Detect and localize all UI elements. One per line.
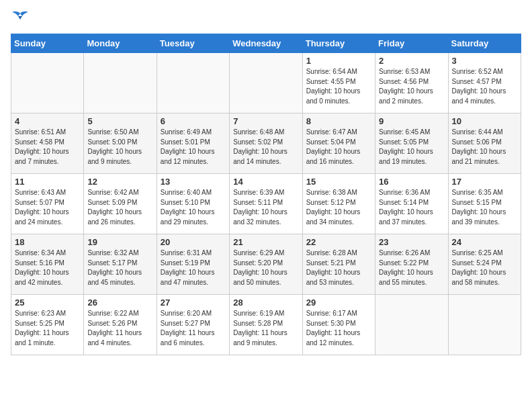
- day-number: 3: [452, 56, 517, 66]
- calendar-cell: 10Sunrise: 6:44 AMSunset: 5:06 PMDayligh…: [448, 113, 521, 174]
- day-number: 17: [452, 177, 517, 187]
- day-of-week-header: Tuesday: [157, 34, 229, 53]
- day-info: Sunrise: 6:51 AMSunset: 4:58 PMDaylight:…: [15, 128, 80, 167]
- day-number: 12: [87, 177, 152, 187]
- calendar-cell: 14Sunrise: 6:39 AMSunset: 5:11 PMDayligh…: [230, 174, 302, 234]
- day-number: 15: [306, 177, 371, 187]
- calendar-cell: 16Sunrise: 6:36 AMSunset: 5:14 PMDayligh…: [375, 174, 448, 234]
- calendar-cell: [375, 295, 448, 355]
- day-info: Sunrise: 6:48 AMSunset: 5:02 PMDaylight:…: [233, 128, 298, 167]
- day-of-week-header: Thursday: [302, 34, 375, 53]
- day-info: Sunrise: 6:20 AMSunset: 5:27 PMDaylight:…: [161, 309, 226, 348]
- day-number: 22: [306, 237, 371, 247]
- calendar-table: SundayMondayTuesdayWednesdayThursdayFrid…: [11, 34, 521, 355]
- calendar-cell: 3Sunrise: 6:52 AMSunset: 4:57 PMDaylight…: [448, 53, 521, 113]
- day-info: Sunrise: 6:32 AMSunset: 5:17 PMDaylight:…: [87, 248, 152, 287]
- day-number: 1: [306, 56, 371, 66]
- day-number: 24: [452, 237, 517, 247]
- day-number: 16: [379, 177, 444, 187]
- calendar-cell: [448, 295, 521, 355]
- day-number: 4: [15, 116, 80, 126]
- calendar-cell: 17Sunrise: 6:35 AMSunset: 5:15 PMDayligh…: [448, 174, 521, 234]
- day-info: Sunrise: 6:22 AMSunset: 5:26 PMDaylight:…: [87, 309, 152, 348]
- day-number: 9: [379, 116, 444, 126]
- day-info: Sunrise: 6:23 AMSunset: 5:25 PMDaylight:…: [15, 309, 80, 348]
- calendar-cell: 2Sunrise: 6:53 AMSunset: 4:56 PMDaylight…: [375, 53, 448, 113]
- day-of-week-header: Sunday: [11, 34, 84, 53]
- day-info: Sunrise: 6:49 AMSunset: 5:01 PMDaylight:…: [161, 128, 226, 167]
- day-number: 14: [233, 177, 298, 187]
- day-info: Sunrise: 6:17 AMSunset: 5:30 PMDaylight:…: [306, 309, 371, 348]
- calendar-cell: 18Sunrise: 6:34 AMSunset: 5:16 PMDayligh…: [11, 234, 84, 295]
- day-info: Sunrise: 6:38 AMSunset: 5:12 PMDaylight:…: [306, 188, 371, 227]
- calendar-cell: 21Sunrise: 6:29 AMSunset: 5:20 PMDayligh…: [230, 234, 302, 295]
- calendar-week-row: 25Sunrise: 6:23 AMSunset: 5:25 PMDayligh…: [11, 295, 521, 355]
- calendar-week-row: 11Sunrise: 6:43 AMSunset: 5:07 PMDayligh…: [11, 174, 521, 234]
- calendar-cell: 6Sunrise: 6:49 AMSunset: 5:01 PMDaylight…: [157, 113, 229, 174]
- day-info: Sunrise: 6:40 AMSunset: 5:10 PMDaylight:…: [161, 188, 226, 227]
- calendar-cell: 23Sunrise: 6:26 AMSunset: 5:22 PMDayligh…: [375, 234, 448, 295]
- day-info: Sunrise: 6:28 AMSunset: 5:21 PMDaylight:…: [306, 248, 371, 287]
- day-info: Sunrise: 6:50 AMSunset: 5:00 PMDaylight:…: [87, 128, 152, 167]
- day-number: 13: [161, 177, 226, 187]
- day-number: 2: [379, 56, 444, 66]
- calendar-cell: 29Sunrise: 6:17 AMSunset: 5:30 PMDayligh…: [302, 295, 375, 355]
- calendar-cell: 22Sunrise: 6:28 AMSunset: 5:21 PMDayligh…: [302, 234, 375, 295]
- day-of-week-header: Wednesday: [230, 34, 302, 53]
- calendar-cell: 5Sunrise: 6:50 AMSunset: 5:00 PMDaylight…: [84, 113, 157, 174]
- calendar-cell: [157, 53, 229, 113]
- calendar-cell: 7Sunrise: 6:48 AMSunset: 5:02 PMDaylight…: [230, 113, 302, 174]
- day-number: 6: [161, 116, 226, 126]
- day-info: Sunrise: 6:53 AMSunset: 4:56 PMDaylight:…: [379, 67, 444, 106]
- calendar-cell: 11Sunrise: 6:43 AMSunset: 5:07 PMDayligh…: [11, 174, 84, 234]
- day-info: Sunrise: 6:36 AMSunset: 5:14 PMDaylight:…: [379, 188, 444, 227]
- day-info: Sunrise: 6:25 AMSunset: 5:24 PMDaylight:…: [452, 248, 517, 287]
- day-number: 18: [15, 237, 80, 247]
- calendar-cell: 25Sunrise: 6:23 AMSunset: 5:25 PMDayligh…: [11, 295, 84, 355]
- calendar-cell: 19Sunrise: 6:32 AMSunset: 5:17 PMDayligh…: [84, 234, 157, 295]
- calendar-cell: [230, 53, 302, 113]
- day-of-week-header: Friday: [375, 34, 448, 53]
- day-info: Sunrise: 6:26 AMSunset: 5:22 PMDaylight:…: [379, 248, 444, 287]
- calendar-cell: 4Sunrise: 6:51 AMSunset: 4:58 PMDaylight…: [11, 113, 84, 174]
- calendar-cell: 26Sunrise: 6:22 AMSunset: 5:26 PMDayligh…: [84, 295, 157, 355]
- calendar-header-row: SundayMondayTuesdayWednesdayThursdayFrid…: [11, 34, 521, 53]
- day-number: 19: [87, 237, 152, 247]
- day-number: 28: [233, 298, 298, 308]
- day-info: Sunrise: 6:54 AMSunset: 4:55 PMDaylight:…: [306, 67, 371, 106]
- calendar-cell: 9Sunrise: 6:45 AMSunset: 5:05 PMDaylight…: [375, 113, 448, 174]
- logo: [11, 11, 32, 28]
- day-number: 29: [306, 298, 371, 308]
- day-number: 7: [233, 116, 298, 126]
- day-number: 23: [379, 237, 444, 247]
- calendar-cell: 15Sunrise: 6:38 AMSunset: 5:12 PMDayligh…: [302, 174, 375, 234]
- day-number: 27: [161, 298, 226, 308]
- calendar-cell: 20Sunrise: 6:31 AMSunset: 5:19 PMDayligh…: [157, 234, 229, 295]
- day-info: Sunrise: 6:47 AMSunset: 5:04 PMDaylight:…: [306, 128, 371, 167]
- calendar-cell: 24Sunrise: 6:25 AMSunset: 5:24 PMDayligh…: [448, 234, 521, 295]
- calendar-cell: 28Sunrise: 6:19 AMSunset: 5:28 PMDayligh…: [230, 295, 302, 355]
- day-number: 20: [161, 237, 226, 247]
- calendar-cell: [11, 53, 84, 113]
- day-number: 11: [15, 177, 80, 187]
- calendar-cell: 27Sunrise: 6:20 AMSunset: 5:27 PMDayligh…: [157, 295, 229, 355]
- calendar-cell: 1Sunrise: 6:54 AMSunset: 4:55 PMDaylight…: [302, 53, 375, 113]
- day-info: Sunrise: 6:31 AMSunset: 5:19 PMDaylight:…: [161, 248, 226, 287]
- day-number: 25: [15, 298, 80, 308]
- day-info: Sunrise: 6:44 AMSunset: 5:06 PMDaylight:…: [452, 128, 517, 167]
- calendar-week-row: 1Sunrise: 6:54 AMSunset: 4:55 PMDaylight…: [11, 53, 521, 113]
- day-number: 5: [87, 116, 152, 126]
- page-header: [11, 11, 521, 28]
- day-info: Sunrise: 6:34 AMSunset: 5:16 PMDaylight:…: [15, 248, 80, 287]
- day-number: 26: [87, 298, 152, 308]
- calendar-cell: 13Sunrise: 6:40 AMSunset: 5:10 PMDayligh…: [157, 174, 229, 234]
- calendar-cell: 12Sunrise: 6:42 AMSunset: 5:09 PMDayligh…: [84, 174, 157, 234]
- day-number: 21: [233, 237, 298, 247]
- day-info: Sunrise: 6:42 AMSunset: 5:09 PMDaylight:…: [87, 188, 152, 227]
- day-of-week-header: Monday: [84, 34, 157, 53]
- day-info: Sunrise: 6:45 AMSunset: 5:05 PMDaylight:…: [379, 128, 444, 167]
- calendar-week-row: 4Sunrise: 6:51 AMSunset: 4:58 PMDaylight…: [11, 113, 521, 174]
- calendar-week-row: 18Sunrise: 6:34 AMSunset: 5:16 PMDayligh…: [11, 234, 521, 295]
- calendar-cell: 8Sunrise: 6:47 AMSunset: 5:04 PMDaylight…: [302, 113, 375, 174]
- day-info: Sunrise: 6:35 AMSunset: 5:15 PMDaylight:…: [452, 188, 517, 227]
